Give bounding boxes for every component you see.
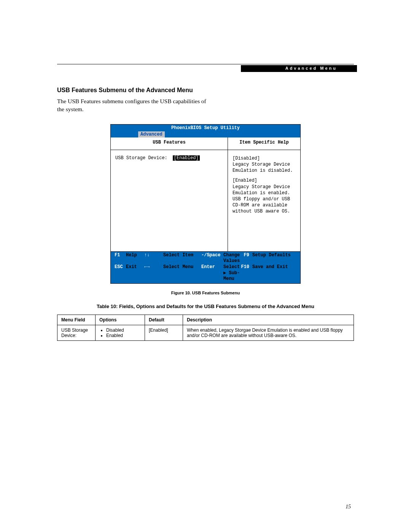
action-setup-defaults: Setup Defaults — [252, 252, 298, 264]
option-disabled: Disabled — [106, 328, 141, 333]
page-header-rule: Advanced Menu — [57, 64, 354, 71]
cell-description: When enabled, Legacy Storgae Device Emul… — [183, 325, 354, 340]
arrows-updown-icon: ↑↓ — [144, 252, 163, 264]
table-header-row: Menu Field Options Default Description — [57, 315, 354, 325]
help-disabled-text: Legacy Storage Device Emulation is disab… — [233, 161, 296, 174]
bios-pane-title: USB Features — [111, 137, 228, 150]
help-disabled-label: [Disabled] — [233, 155, 296, 161]
option-enabled: Enabled — [106, 333, 141, 338]
bios-help-pane: Item Specific Help [Disabled] Legacy Sto… — [228, 137, 300, 251]
arrows-leftright-icon: ←→ — [144, 264, 163, 282]
action-change-values: Change Values — [223, 252, 241, 264]
cell-default: [Enabled] — [145, 325, 183, 340]
breadcrumb: Advanced Menu — [241, 65, 357, 72]
bios-menu-tabs: Advanced — [110, 131, 301, 137]
key-f1: F1 — [115, 252, 126, 264]
col-menu-field: Menu Field — [57, 315, 96, 325]
help-enabled-label: [Enabled] — [233, 177, 296, 184]
key-f10: F10 — [241, 264, 252, 282]
key-enter: Enter — [201, 264, 223, 282]
key-esc: ESC — [115, 264, 126, 282]
document-page: Advanced Menu USB Features Submenu of th… — [57, 64, 354, 341]
section-title: USB Features Submenu of the Advanced Men… — [57, 87, 354, 94]
action-help: Help — [126, 252, 144, 264]
action-select-item: Select Item — [163, 252, 201, 264]
action-select-menu: Select Menu — [163, 264, 201, 282]
section-intro: The USB Features submenu configures the … — [57, 97, 209, 113]
bios-option-row[interactable]: USB Storage Device:[Enabled] — [111, 150, 228, 161]
action-select-submenu: Select ▶ Sub-Menu — [223, 264, 241, 282]
bios-utility-title: PhoenixBIOS Setup Utility — [110, 124, 301, 131]
bios-help-title: Item Specific Help — [228, 137, 300, 150]
cell-options: Disabled Enabled — [96, 325, 145, 340]
col-description: Description — [183, 315, 354, 325]
key-f9: F9 — [241, 252, 252, 264]
page-number: 15 — [346, 504, 351, 510]
action-exit: Exit — [126, 264, 144, 282]
table-title: Table 10: Fields, Options and Defaults f… — [57, 304, 354, 309]
cell-menu-field: USB Storage Device: — [57, 325, 96, 340]
bios-main-pane: USB Features USB Storage Device:[Enabled… — [111, 137, 228, 251]
key-minus-space: -/Space — [201, 252, 223, 264]
help-enabled-text: Legacy Storage Device Emulation is enabl… — [233, 184, 296, 215]
col-default: Default — [145, 315, 183, 325]
figure-caption: Figure 10. USB Features Submenu — [57, 291, 354, 295]
action-save-exit: Save and Exit — [252, 264, 298, 282]
options-table: Menu Field Options Default Description U… — [57, 315, 354, 341]
table-row: USB Storage Device: Disabled Enabled [En… — [57, 325, 354, 340]
bios-option-value[interactable]: [Enabled] — [173, 155, 200, 161]
bios-screenshot: PhoenixBIOS Setup Utility Advanced USB F… — [110, 124, 301, 284]
bios-key-legend: F1 Help ↑↓ Select Item -/Space Change Va… — [110, 252, 301, 284]
tab-advanced[interactable]: Advanced — [138, 131, 165, 137]
bios-option-label: USB Storage Device: — [115, 155, 167, 161]
col-options: Options — [96, 315, 145, 325]
